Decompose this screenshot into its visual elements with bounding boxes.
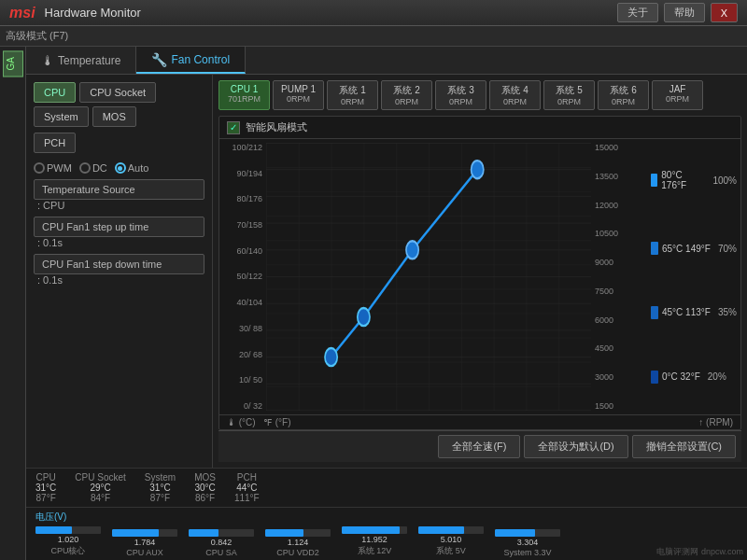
voltage-name-sys-5v: 系统 5V (436, 545, 466, 557)
stat-mos-label: MOS (194, 472, 216, 483)
temperature-source-button[interactable]: Temperature Source (34, 179, 204, 200)
fan-btn-sys6[interactable]: 系统 6 0RPM (598, 80, 649, 110)
fan-btn-sys6-rpm: 0RPM (606, 97, 641, 106)
stat-system-val2: 87°F (150, 493, 170, 503)
voltage-val-cpu-vdd2: 1.124 (288, 538, 309, 547)
tab-temperature[interactable]: 🌡 Temperature (26, 47, 136, 74)
smart-fan-checkbox[interactable]: ✓ (227, 121, 240, 134)
fan-btn-sys1[interactable]: 系统 1 0RPM (327, 80, 378, 110)
step-down-button[interactable]: CPU Fan1 step down time (34, 254, 204, 274)
legend-pct-3: 35% (718, 307, 737, 317)
chart-x-axis-label: 🌡 (°C) ℉ (°F) (227, 417, 291, 427)
voltage-bar-sys-33v (495, 529, 560, 537)
voltage-name-cpu-sa: CPU SA (205, 548, 237, 557)
fan-btn-sys2[interactable]: 系统 2 0RPM (381, 80, 432, 110)
voltage-name-sys-33v: System 3.3V (503, 548, 551, 557)
legend-pct-4: 20% (708, 371, 726, 382)
stat-system-label: System (145, 472, 176, 483)
stat-mos: MOS 30°C 86°F (194, 472, 216, 503)
legend-temp-3: 45°C 113°F (662, 307, 711, 317)
sidebar-tab-ga[interactable]: GA (3, 50, 23, 77)
top-toolbar: 高级模式 (F7) (0, 26, 747, 47)
tab-temperature-label: Temperature (58, 54, 120, 67)
advanced-mode-label: 高级模式 (F7) (6, 29, 68, 43)
radio-pwm-dot (34, 162, 45, 174)
voltage-val-sys-33v: 3.304 (517, 538, 539, 547)
temp-btn-cpu-socket[interactable]: CPU Socket (79, 82, 156, 103)
voltage-cpu-core: 1.020 CPU核心 (35, 526, 101, 557)
temp-btn-system[interactable]: System (34, 106, 89, 127)
radio-pwm[interactable]: PWM (34, 162, 72, 174)
fan-btn-sys3[interactable]: 系统 3 0RPM (435, 80, 486, 110)
legend-bar-3 (651, 306, 658, 319)
fan-btn-cpu1-rpm: 701RPM (227, 94, 261, 104)
fan-btn-pump1-name: PUMP 1 (281, 84, 316, 94)
voltage-cpu-sa: 0.842 CPU SA (189, 529, 254, 557)
legend-bar-4 (651, 371, 658, 384)
legend-bar-1 (651, 174, 657, 187)
voltage-cpu-aux: 1.784 CPU AUX (112, 529, 177, 557)
stat-pch-label: PCH (237, 472, 257, 483)
title-bar-buttons: 关于 帮助 X (617, 3, 738, 22)
temp-btn-pch[interactable]: PCH (34, 133, 76, 153)
about-button[interactable]: 关于 (617, 3, 658, 22)
fan-btn-sys5[interactable]: 系统 5 0RPM (543, 80, 595, 110)
fan-btn-jaf-rpm: 0RPM (660, 94, 695, 104)
legend-row-1: 80°C 176°F 100% (651, 170, 737, 190)
set-default-button[interactable]: 全部设为默认(D) (524, 435, 627, 458)
voltage-val-cpu-core: 1.020 (58, 535, 79, 544)
temp-btn-mos[interactable]: MOS (92, 106, 136, 127)
fan-btn-sys3-rpm: 0RPM (444, 97, 478, 106)
svg-point-13 (325, 348, 337, 366)
voltage-val-cpu-sa: 0.842 (211, 538, 233, 547)
svg-point-14 (358, 308, 370, 326)
tab-fan-control[interactable]: 🔧 Fan Control (136, 47, 246, 74)
voltage-val-cpu-aux: 1.784 (134, 538, 156, 547)
radio-pwm-label: PWM (47, 162, 72, 174)
voltage-val-sys-5v: 5.010 (441, 535, 462, 544)
fan-btn-sys4[interactable]: 系统 4 0RPM (489, 80, 541, 110)
stat-mos-val2: 86°F (195, 493, 215, 503)
voltage-bar-fill-sys-5v (418, 526, 464, 534)
voltage-section: 电压(V) 1.020 CPU核心 1.784 CPU AUX (26, 507, 747, 560)
voltage-name-cpu-core: CPU核心 (50, 545, 85, 557)
stat-cpu-val1: 31°C (35, 483, 56, 493)
title-bar: msi Hardware Monitor 关于 帮助 X (0, 0, 747, 26)
cancel-button[interactable]: 撤销全部设置(C) (632, 435, 736, 458)
main-content: GA 🌡 Temperature 🔧 Fan Control CPU CPU S… (0, 47, 747, 560)
radio-auto[interactable]: Auto (115, 162, 149, 174)
monitor-left: CPU CPU Socket System MOS PCH PWM (26, 75, 213, 468)
fan-btn-pump1-rpm: 0RPM (281, 94, 316, 104)
temp-buttons: CPU CPU Socket System MOS (34, 82, 204, 127)
full-speed-button[interactable]: 全部全速(F) (438, 435, 520, 458)
step-down-value: : 0.1s (34, 274, 204, 286)
temp-btn-cpu[interactable]: CPU (34, 82, 76, 103)
chart-temp-legend: 80°C 176°F 100% 65°C 149°F 70% 45°C 113°… (647, 143, 740, 411)
fan-btn-cpu1[interactable]: CPU 1 701RPM (218, 80, 270, 110)
voltage-bar-fill-cpu-sa (189, 529, 218, 537)
radio-dc[interactable]: DC (79, 162, 107, 174)
fan-btn-pump1[interactable]: PUMP 1 0RPM (273, 80, 324, 110)
chart-svg-area[interactable] (266, 143, 591, 411)
watermark: 电脑评测网 dnpcw.com (656, 546, 743, 558)
close-button[interactable]: X (711, 3, 738, 22)
svg-point-16 (472, 161, 484, 178)
stat-pch-val2: 111°F (234, 493, 260, 503)
voltage-bar-cpu-core (35, 526, 101, 534)
fan-btn-jaf-name: JAF (660, 84, 695, 94)
bottom-stats: CPU 31°C 87°F CPU Socket 29°C 84°F Syste… (26, 468, 747, 507)
stat-cpu-val2: 87°F (36, 493, 56, 503)
fan-btn-jaf[interactable]: JAF 0RPM (652, 80, 703, 110)
stat-pch-val1: 44°C (236, 483, 257, 493)
step-up-button[interactable]: CPU Fan1 step up time (34, 217, 204, 237)
svg-point-15 (406, 241, 418, 259)
help-button[interactable]: 帮助 (664, 3, 705, 22)
smart-fan-header: ✓ 智能风扇模式 (219, 117, 740, 139)
mode-row: PWM DC Auto (34, 162, 204, 174)
legend-row-4: 0°C 32°F 20% (651, 371, 737, 384)
chart-section: ✓ 智能风扇模式 100/212 90/194 80/176 70/158 60… (218, 116, 741, 430)
fan-btn-sys1-rpm: 0RPM (335, 97, 370, 106)
voltage-bar-cpu-vdd2 (265, 529, 331, 537)
app-title: Hardware Monitor (45, 6, 617, 20)
chart-x-footer: 🌡 (°C) ℉ (°F) ↑ (RPM) (219, 414, 740, 429)
